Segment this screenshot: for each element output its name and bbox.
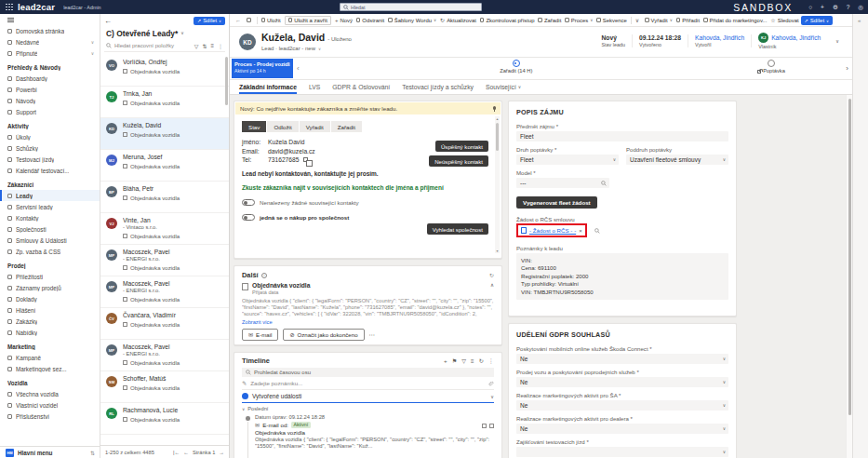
status-segment-button[interactable]: Odložit [267,121,298,132]
sidebar-item[interactable]: Marketingové sez... ∨ [0,363,100,374]
sidebar-item[interactable]: Společnosti ∨ [0,223,100,235]
lead-list-item[interactable]: MP Macoszek, Pavel - ENERGI s.r.o. Objed… [100,276,229,308]
first-page-icon[interactable]: |← [173,450,180,455]
lead-list-item[interactable]: MJ Meruna, Josef Objednávka vozidla [100,150,229,182]
sidebar-item[interactable]: Dashboardy ∨ [0,73,100,84]
more-options-icon[interactable]: ⋯ [369,331,376,339]
waffle-menu-icon[interactable] [6,4,13,11]
gdpr-consent-select[interactable]: ∨ [516,447,728,457]
sidebar-item[interactable]: Úkoly ∨ [0,131,100,142]
list-search-input[interactable]: Hledat pracovní položky [114,43,174,48]
sidebar-item[interactable]: Servisní leady ∨ [0,201,100,212]
scroll-down-icon[interactable]: ▾ [496,249,498,253]
delete-icon[interactable] [489,424,494,428]
remove-icon[interactable]: × [579,228,582,234]
sidebar-item[interactable]: Příslušenství ∨ [0,411,100,422]
app-switcher[interactable]: HM Hlavní menu ⇅ [0,446,100,458]
help-icon[interactable]: ? [847,0,850,14]
sidebar-item[interactable]: Přehledy & Návody ∨ [0,62,100,73]
tab[interactable]: LVS ∨ [309,84,320,94]
show-more-link[interactable]: Zobrazit více [242,319,494,325]
open-record-icon[interactable] [482,424,487,428]
lead-list-item[interactable]: BP Bláha, Petr Objednávka vozidla [100,182,229,213]
sidebar-item[interactable]: Návody ∨ [0,95,100,106]
status-segment-button[interactable]: Vyřadit [300,121,330,132]
generate-fleet-request-button[interactable]: Vygenerovat fleet žádost [516,196,597,209]
lead-list-item[interactable]: RL Rachmanová, Lucie Objednávka vozidla [100,403,229,435]
events-filter-row[interactable]: Vytvořené události ∨ [242,393,494,403]
app-logo[interactable]: lead2car [18,2,55,12]
command-button[interactable]: Zkontrolovat přístup ∨ [480,18,535,23]
sidebar-collapse-button[interactable] [0,14,100,25]
record-title[interactable]: Objednávka vozidla [252,282,310,290]
lead-list-item[interactable]: KD Kužela, David Objednávka vozidla [100,118,229,150]
command-button[interactable]: ∨ ∨ [635,18,641,23]
sidebar-item[interactable]: Všechna vozidla ∨ [0,388,100,399]
scroll-up-icon[interactable]: ▴ [496,116,498,121]
breadcrumb[interactable]: Lead · lead2car - new ∨ [261,46,321,51]
info-icon[interactable] [261,273,267,278]
status-segment-button[interactable]: Stav [242,121,266,132]
lightbulb-icon[interactable]: ○ [808,0,812,14]
tab[interactable]: Testovací jízdy a schůzky ∨ [402,84,474,94]
sidebar-item[interactable]: Vozidla ∨ [0,378,100,388]
status-segment-button[interactable]: Zařadit [331,121,362,132]
command-button[interactable]: Přiřadit ∨ [676,18,700,23]
lead-list-item[interactable]: TJ Trnka, Jan Objednávka vozidla [100,87,229,118]
pin-icon[interactable] [493,106,497,110]
profile-icon[interactable]: ◎ [858,0,863,14]
command-button[interactable]: Uložit ∨ [261,18,281,23]
copy-icon[interactable] [303,157,308,162]
page-scrollbar[interactable] [846,95,852,458]
sidebar-item[interactable]: Prodej ∨ [0,261,100,271]
tab[interactable]: Základní informace ∨ [239,84,297,94]
chevron-right-icon[interactable]: › [846,64,848,73]
sidebar-item[interactable]: Smlouvy & Události ∨ [0,235,100,246]
entry-record-title[interactable]: Objednávka vozidla [255,429,494,436]
header-stat[interactable]: KJ Kahovda, Jindřich Vlastník [758,33,827,49]
header-stat[interactable]: Kahovda, Jindřich Vytvořil [695,34,752,47]
sidebar-item[interactable]: Aktivity ∨ [0,121,100,131]
gdpr-consent-select[interactable]: Ne ∨ [516,354,728,364]
command-button[interactable]: Přidat do marketingov... ∨ [703,18,767,23]
model-lookup[interactable]: --- [516,178,609,188]
sidebar-item[interactable]: Nabídky ∨ [0,327,100,338]
lead-list-item[interactable]: MP Macoszek, Pavel - ENERGI s.r.o. Objed… [100,245,229,276]
lead-list-item[interactable]: VO Vorlíčka, Ondřej Objednávka vozidla [100,55,229,87]
sidebar-item[interactable]: Zákazníci ∨ [0,180,100,190]
view-selector-icon[interactable]: ≡ [210,43,214,49]
global-search-input[interactable]: Hledat [340,3,482,11]
subject-value[interactable]: Fleet [516,131,728,141]
card-scrollbar[interactable]: ▴ ▾ [495,116,500,253]
gdpr-consent-select[interactable]: Ne ∨ [516,424,728,434]
command-button[interactable]: Sekvence ∨ [596,18,626,23]
command-button[interactable]: ↻ Aktualizovat ∨ [440,18,476,23]
sidebar-item[interactable]: Nedávné ∨ [0,36,100,47]
list-scrollbar[interactable] [225,57,228,105]
search-company-button[interactable]: Vyhledat společnost [427,223,488,235]
chevron-down-icon[interactable]: ∨ [835,38,839,44]
sidebar-item[interactable]: Záznamy prodejů ∨ [0,282,100,293]
sidebar-item[interactable]: Doklady ∨ [0,293,100,304]
header-stat[interactable]: 09.12.24 18:28 Vytvořeno [639,34,688,47]
sidebar-item[interactable]: Kampaně ∨ [0,352,100,363]
sidebar-item[interactable]: Kontakty ∨ [0,212,100,223]
command-button[interactable]: Odstranit ∨ [356,18,384,23]
lead-list-item[interactable]: MP Macoszek, Pavel - ENERGI s.r.o. Objed… [100,340,229,371]
process-stage-active[interactable]: Zařadit (14 H) [474,60,558,74]
process-chip[interactable]: Proces - Prodej vozidla o... Aktivní po … [232,59,293,78]
sidebar-item[interactable]: Hlášení ∨ [0,304,100,316]
paperclip-icon[interactable] [488,381,494,386]
expand-pane-icon[interactable]: « [858,18,861,23]
sort-icon[interactable]: ⇅ [202,43,207,49]
lead-list-item[interactable]: VJ Vinte, Jan - Vintaco s.r.o. Objednávk… [100,213,229,245]
refresh-icon[interactable]: ↻ [479,357,484,364]
sidebar-item[interactable]: Powerbi ∨ [0,84,100,95]
toggle-switch[interactable] [242,199,255,206]
find-contact-link[interactable]: Zkuste zákazníka najít v souvisejících k… [242,184,494,191]
email-button[interactable]: ✉ E-mail [242,329,278,341]
settings-gear-icon[interactable]: ⚙ [833,0,838,14]
tab[interactable]: Související ∨ [486,84,521,94]
view-selector[interactable]: C) Otevřené Leady* ∨ [100,27,229,39]
command-button[interactable]: ← ∨ [235,18,243,23]
